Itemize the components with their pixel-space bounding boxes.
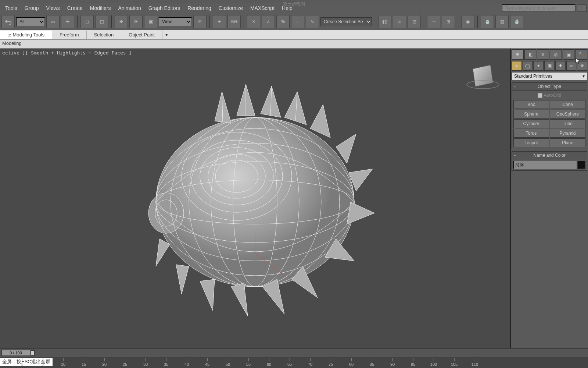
main-menu-bar: 第三步规划 Tools Group Views Create Modifiers… <box>0 3 588 13</box>
menu-group[interactable]: Group <box>21 4 43 13</box>
subcat-lights-icon[interactable]: ✦ <box>533 61 544 71</box>
menu-customize[interactable]: Customize <box>215 4 247 13</box>
ribbon-tab-object-paint[interactable]: Object Paint <box>121 31 162 39</box>
spinner-snap-icon[interactable]: ↕ <box>291 15 304 28</box>
pivot-icon[interactable]: ⊕ <box>193 15 207 28</box>
render-setup-icon[interactable]: 🍵 <box>481 15 494 28</box>
cmd-tab-modify-icon[interactable]: ◧ <box>524 49 537 60</box>
rollout-object-type-header[interactable]: -Object Type <box>512 83 587 91</box>
ribbon-tab-modeling-tools[interactable]: te Modeling Tools <box>0 31 52 39</box>
primitive-tube-button[interactable]: Tube <box>550 119 585 128</box>
ref-coord-dropdown[interactable]: View <box>159 17 192 26</box>
schematic-view-icon[interactable]: ⊞ <box>442 15 455 28</box>
viewport-label: ective ][ Smooth + Highlights + Edged Fa… <box>2 50 132 56</box>
cmd-tab-hierarchy-icon[interactable]: ♆ <box>537 49 549 60</box>
app-title: 第三步规划 <box>283 1 305 7</box>
rollout-name-color-header[interactable]: -Name and Color <box>512 152 587 159</box>
primitive-pyramid-button[interactable]: Pyramid <box>550 129 585 138</box>
percent-snap-icon[interactable]: % <box>276 15 290 28</box>
primitive-geosphere-button[interactable]: GeoSphere <box>550 110 585 118</box>
angle-snap-icon[interactable]: ∠ <box>262 15 275 28</box>
ruler-tick: 15 <box>82 362 86 367</box>
ruler-tick: 20 <box>102 362 107 367</box>
ribbon-tab-selection[interactable]: Selection <box>87 31 121 39</box>
ruler-tick: 45 <box>205 362 209 367</box>
menu-views[interactable]: Views <box>43 4 64 13</box>
render-frame-icon[interactable]: ▧ <box>495 15 509 28</box>
undo-icon[interactable] <box>1 15 15 28</box>
menu-graph-editors[interactable]: Graph Editors <box>145 4 184 13</box>
ruler-tick: 50 <box>226 362 230 367</box>
select-region-icon[interactable]: ◻ <box>80 15 94 28</box>
edit-named-sel-icon[interactable]: ✎ <box>306 15 319 28</box>
search-go-button[interactable] <box>577 4 587 12</box>
time-slider-bar[interactable]: 0 / 100 <box>0 348 588 357</box>
timeline-ruler[interactable]: 全屏，按ESC退出全屏 0510152025303540455055606570… <box>0 357 588 368</box>
subcat-helpers-icon[interactable]: ✚ <box>555 61 566 71</box>
ribbon-tab-freeform[interactable]: Freeform <box>52 31 87 39</box>
viewcube[interactable] <box>465 57 501 94</box>
menu-maxscript[interactable]: MAXScript <box>247 4 278 13</box>
primitive-cylinder-button[interactable]: Cylinder <box>513 119 549 128</box>
primitive-category-dropdown[interactable]: Standard Primitives▾ <box>512 72 587 80</box>
svg-marker-23 <box>347 202 374 224</box>
autogrid-checkbox[interactable]: AutoGrid <box>513 92 585 100</box>
primitive-cone-button[interactable]: Cone <box>550 100 585 109</box>
object-name-input[interactable] <box>513 161 577 169</box>
primitive-teapot-button[interactable]: Teapot <box>513 138 549 147</box>
select-by-name-icon[interactable]: ☰ <box>61 15 74 28</box>
autogrid-label: AutoGrid <box>544 93 561 98</box>
keyboard-shortcut-icon[interactable]: ⌨ <box>227 15 241 28</box>
named-selection-dropdown[interactable]: Create Selection Se <box>320 17 372 26</box>
cmd-tab-motion-icon[interactable]: ◎ <box>550 49 562 60</box>
scale-icon[interactable]: ▣ <box>144 15 157 28</box>
mirror-icon[interactable]: ▮▯ <box>378 15 391 28</box>
ruler-tick: 80 <box>349 362 354 367</box>
cmd-tab-display-icon[interactable]: ▣ <box>563 49 575 60</box>
cmd-tab-create-icon[interactable]: ✹ <box>512 49 524 60</box>
selection-filter-dropdown[interactable]: All <box>16 17 45 26</box>
ruler-tick: 70 <box>308 362 312 367</box>
select-object-icon[interactable]: ▭ <box>46 15 60 28</box>
viewport-perspective[interactable]: ective ][ Smooth + Highlights + Edged Fa… <box>0 49 511 348</box>
help-search-input[interactable] <box>502 4 576 12</box>
ribbon-panel-modeling[interactable]: Modeling <box>0 40 588 49</box>
time-slider-thumb-icon[interactable] <box>31 350 35 355</box>
svg-marker-16 <box>215 92 231 123</box>
ruler-tick: 60 <box>267 362 271 367</box>
render-prod-icon[interactable]: 🍵 <box>510 15 523 28</box>
object-color-swatch[interactable] <box>577 161 585 169</box>
time-slider-readout[interactable]: 0 / 100 <box>1 350 30 356</box>
select-manipulate-icon[interactable]: ✦ <box>213 15 226 28</box>
main-toolbar: All ▭ ☰ ◻ ◫ ✥ ⟳ ▣ View ⊕ ✦ ⌨ 3 ∠ % ↕ ✎ C… <box>0 13 588 30</box>
primitive-torus-button[interactable]: Torus <box>513 129 549 138</box>
primitive-category-label: Standard Primitives <box>514 74 552 79</box>
svg-marker-20 <box>310 105 330 138</box>
move-icon[interactable]: ✥ <box>115 15 128 28</box>
ribbon-dropdown-icon[interactable]: ▾ <box>162 31 171 39</box>
ruler-tick: 40 <box>184 362 189 367</box>
align-icon[interactable]: ≡ <box>393 15 406 28</box>
svg-marker-27 <box>231 283 248 316</box>
window-crossing-icon[interactable]: ◫ <box>95 15 108 28</box>
curve-editor-icon[interactable]: 〰 <box>427 15 440 28</box>
menu-rendering[interactable]: Rendering <box>184 4 215 13</box>
subcat-geometry-icon[interactable]: ● <box>512 61 522 71</box>
menu-modifiers[interactable]: Modifiers <box>86 4 115 13</box>
material-editor-icon[interactable]: ◉ <box>461 15 474 28</box>
ruler-tick: 0 <box>21 362 23 367</box>
ribbon-bar: te Modeling Tools Freeform Selection Obj… <box>0 30 588 40</box>
svg-marker-29 <box>176 265 189 294</box>
primitive-box-button[interactable]: Box <box>513 100 549 109</box>
layers-icon[interactable]: ▤ <box>408 15 421 28</box>
subcat-cameras-icon[interactable]: ▣ <box>544 61 555 71</box>
menu-create[interactable]: Create <box>64 4 86 13</box>
svg-marker-30 <box>156 239 170 266</box>
snap-3d-icon[interactable]: 3 <box>247 15 260 28</box>
subcat-shapes-icon[interactable]: ◯ <box>523 61 533 71</box>
menu-animation[interactable]: Animation <box>115 4 145 13</box>
primitive-sphere-button[interactable]: Sphere <box>513 110 549 118</box>
rotate-icon[interactable]: ⟳ <box>129 15 143 28</box>
menu-tools[interactable]: Tools <box>1 4 21 13</box>
primitive-plane-button[interactable]: Plane <box>550 138 585 147</box>
